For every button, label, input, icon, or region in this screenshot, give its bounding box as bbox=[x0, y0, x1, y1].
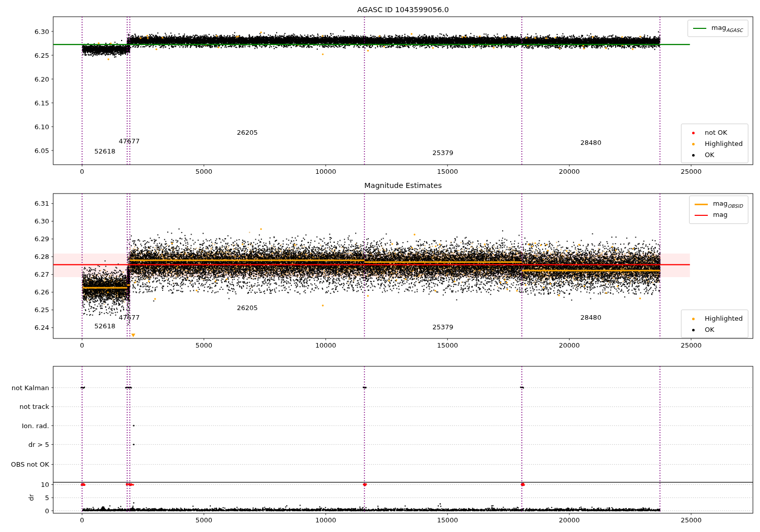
legend-label: OK bbox=[705, 326, 714, 333]
dr-axis-label: dr bbox=[27, 494, 35, 501]
green-line-swatch bbox=[693, 28, 706, 29]
x-tick-label: 10000 bbox=[315, 168, 336, 175]
x-tick-label: 5000 bbox=[196, 516, 212, 524]
y-tick-label: 6.24 bbox=[34, 324, 49, 331]
x-tick-label: 15000 bbox=[437, 341, 458, 349]
flag-row-label: not track bbox=[19, 403, 49, 410]
obsid-label: 47677 bbox=[119, 314, 139, 321]
y-tick-label: 6.27 bbox=[34, 271, 49, 278]
ok-dot bbox=[692, 154, 695, 157]
legend-top-markers: not OK Highlighted OK bbox=[681, 124, 748, 163]
legend-label: Highlighted bbox=[705, 315, 743, 322]
y-tick-label: 6.25 bbox=[34, 306, 49, 314]
x-tick-label: 20000 bbox=[559, 341, 580, 349]
legend-item-ok: OK bbox=[687, 149, 743, 160]
x-tick-label: 25000 bbox=[680, 341, 701, 349]
x-tick-label: 20000 bbox=[559, 168, 580, 175]
legend-label: magAGASC bbox=[711, 24, 743, 33]
clipped-highlight-triangle bbox=[131, 333, 135, 337]
ok-dot bbox=[692, 329, 695, 331]
legend-item-mag-obsid: magOBSID bbox=[695, 199, 743, 210]
y-tick-label: 6.29 bbox=[34, 235, 49, 243]
legend-item-mag: mag bbox=[695, 210, 743, 221]
legend-label: OK bbox=[705, 151, 714, 159]
flag-row-label: OBS not OK bbox=[11, 461, 50, 468]
legend-label: Highlighted bbox=[705, 140, 743, 147]
y-tick-label: 6.28 bbox=[34, 253, 49, 260]
highlighted-dot bbox=[692, 318, 695, 320]
legend-item-highlighted: Highlighted bbox=[687, 138, 743, 149]
legend-label: magOBSID bbox=[713, 200, 743, 209]
obsid-label: 26205 bbox=[237, 304, 257, 312]
highlighted-dot bbox=[692, 143, 695, 145]
obsid-label: 47677 bbox=[119, 137, 139, 145]
top-plot-title: AGASC ID 1043599056.0 bbox=[53, 6, 753, 14]
axes-frame-1 bbox=[53, 194, 753, 338]
obsid-label: 28480 bbox=[581, 139, 601, 146]
obsid-label: 52618 bbox=[94, 322, 115, 330]
legend-label: mag bbox=[713, 211, 728, 220]
flag-row-label: dr > 5 bbox=[28, 441, 49, 448]
legend-item-ok: OK bbox=[687, 324, 743, 335]
flag-row-label: Ion. rad. bbox=[22, 422, 49, 430]
y-tick-label: 6.15 bbox=[34, 99, 49, 107]
y-tick-label: 6.30 bbox=[34, 28, 49, 35]
legend-item-mag-agasc: magAGASC bbox=[693, 23, 743, 34]
dr-tick-label: 0 bbox=[45, 507, 49, 515]
x-tick-label: 25000 bbox=[680, 168, 701, 175]
legend-mag-lines: magOBSID mag bbox=[689, 196, 748, 224]
x-tick-label: 25000 bbox=[680, 516, 701, 524]
obsid-label: 52618 bbox=[94, 147, 115, 155]
y-tick-label: 6.25 bbox=[34, 52, 49, 59]
y-tick-label: 6.20 bbox=[34, 75, 49, 83]
x-tick-label: 10000 bbox=[315, 341, 336, 349]
x-tick-label: 20000 bbox=[559, 516, 580, 524]
middle-plot-title: Magnitude Estimates bbox=[53, 181, 753, 189]
x-tick-label: 0 bbox=[80, 341, 84, 349]
y-tick-label: 6.26 bbox=[34, 288, 49, 296]
y-tick-label: 6.30 bbox=[34, 217, 49, 225]
legend-item-not-ok: not OK bbox=[687, 127, 743, 138]
obsid-label: 25379 bbox=[432, 323, 453, 331]
red-line-swatch bbox=[695, 215, 708, 216]
obsid-label: 26205 bbox=[237, 129, 257, 136]
axes-layer: 0500010000150002000025000050001000015000… bbox=[0, 0, 760, 532]
legend-label: not OK bbox=[705, 129, 727, 136]
not-ok-dot bbox=[692, 132, 695, 134]
x-tick-label: 15000 bbox=[437, 516, 458, 524]
x-tick-label: 0 bbox=[80, 168, 84, 175]
matplotlib-figure: 0500010000150002000025000050001000015000… bbox=[0, 0, 760, 532]
flag-row-label: not Kalman bbox=[12, 384, 49, 392]
axes-frame-2 bbox=[53, 366, 753, 513]
x-tick-label: 10000 bbox=[315, 516, 336, 524]
x-tick-label: 15000 bbox=[437, 168, 458, 175]
x-tick-label: 5000 bbox=[196, 341, 212, 349]
y-tick-label: 6.31 bbox=[34, 200, 49, 207]
legend-middle-markers: Highlighted OK bbox=[681, 310, 748, 338]
y-tick-label: 6.05 bbox=[34, 147, 49, 155]
obsid-label: 25379 bbox=[432, 149, 453, 157]
dr-tick-label: 10 bbox=[41, 481, 49, 488]
legend-item-highlighted: Highlighted bbox=[687, 313, 743, 324]
legend-mag-agasc: magAGASC bbox=[688, 20, 748, 37]
orange-line-swatch bbox=[695, 204, 708, 205]
x-tick-label: 0 bbox=[80, 516, 84, 524]
x-tick-label: 5000 bbox=[196, 168, 212, 175]
obsid-label: 28480 bbox=[581, 314, 601, 321]
dr-tick-label: 5 bbox=[45, 494, 49, 502]
y-tick-label: 6.10 bbox=[34, 123, 49, 131]
axes-frame-0 bbox=[53, 17, 753, 165]
